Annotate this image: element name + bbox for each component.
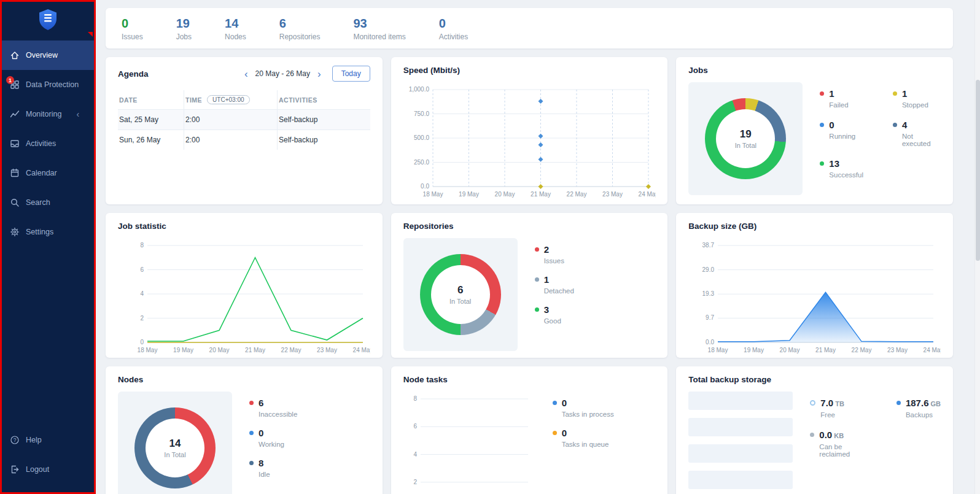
legend-dot-hollow — [810, 400, 815, 406]
line-chart-icon — [10, 109, 20, 119]
jobs-donut-chart: 19 In Total — [705, 98, 786, 179]
svg-text:19 May: 19 May — [173, 347, 193, 353]
legend-item-can-be-reclaimed: 0.0KB Can be reclaimed — [810, 430, 862, 458]
card-title: Total backup storage — [688, 375, 941, 384]
sidebar-item-activities[interactable]: Activities — [0, 129, 96, 158]
jobs-donut-panel: 19 In Total — [688, 82, 803, 195]
sidebar-item-logout[interactable]: Logout — [0, 455, 96, 484]
legend-unit: TB — [835, 400, 844, 407]
sidebar-item-settings[interactable]: Settings — [0, 217, 96, 247]
agenda-row-activity[interactable]: Self-backup — [278, 129, 370, 150]
legend-item-successful: 13 Successful — [820, 158, 863, 179]
job-statistic-card: Job statistic 0246818 May19 May20 May21 … — [106, 213, 383, 358]
legend-value: 0 — [562, 398, 614, 408]
legend-label: Failed — [829, 101, 848, 109]
repositories-donut-center: 6 In Total — [431, 265, 490, 324]
svg-text:19 May: 19 May — [744, 347, 764, 353]
legend-dot — [249, 401, 254, 405]
agenda-row-time[interactable]: 2:00 — [184, 129, 278, 150]
inbox-icon — [10, 139, 20, 149]
app-logo[interactable] — [0, 0, 96, 41]
app-window: Overview 1 Data Protection — [0, 0, 980, 494]
svg-text:22 May: 22 May — [566, 191, 586, 198]
legend-value: 0 — [562, 428, 609, 438]
legend-label: Working — [259, 441, 284, 448]
svg-text:0.0: 0.0 — [421, 183, 429, 190]
legend-label: Stopped — [902, 101, 928, 109]
sidebar-item-search[interactable]: Search — [0, 188, 96, 217]
legend-item-failed: 1 Failed — [820, 88, 863, 109]
svg-text:6: 6 — [140, 266, 144, 273]
sidebar-collapse-handle[interactable] — [88, 32, 93, 37]
stat-issues[interactable]: 0 Issues — [122, 17, 143, 41]
speed-card: Speed (Mbit/s) 0.0250.0500.0750.01,000.0… — [391, 57, 668, 204]
legend-item-idle: 8 Idle — [249, 458, 297, 478]
sidebar-item-data-protection[interactable]: 1 Data Protection — [0, 70, 96, 99]
legend-label: Detached — [544, 287, 574, 295]
legend-label: Not executed — [902, 133, 941, 147]
legend-dot — [820, 91, 824, 96]
nodes-legend: 6 Inaccessible 0 Working 8 Idle — [249, 398, 297, 478]
agenda-row-date[interactable]: Sun, 26 May — [118, 129, 184, 150]
stat-monitored-items[interactable]: 93 Monitored items — [353, 17, 405, 41]
card-title: Jobs — [688, 66, 941, 75]
legend-label: Running — [829, 133, 855, 140]
legend-dot — [249, 431, 254, 435]
scrollbar-thumb[interactable] — [976, 80, 980, 261]
prev-week-button[interactable]: ‹ — [243, 69, 249, 79]
svg-text:18 May: 18 May — [422, 191, 443, 198]
column-header-time: TIME UTC+03:00 — [184, 90, 278, 109]
stat-repositories[interactable]: 6 Repositories — [279, 17, 321, 41]
speed-chart: 0.0250.0500.0750.01,000.018 May19 May20 … — [403, 82, 656, 200]
svg-text:21 May: 21 May — [531, 191, 551, 198]
sidebar-item-help[interactable]: ? Help — [0, 425, 96, 455]
stat-value[interactable]: 14 — [225, 17, 246, 31]
svg-text:23 May: 23 May — [317, 347, 337, 353]
sidebar-item-overview[interactable]: Overview — [0, 41, 96, 70]
timezone-pill[interactable]: UTC+03:00 — [207, 95, 249, 104]
scrollbar — [974, 0, 980, 494]
legend-label: Inaccessible — [259, 411, 297, 418]
svg-text:6: 6 — [413, 423, 417, 430]
svg-text:0.0: 0.0 — [706, 339, 714, 345]
next-week-button[interactable]: › — [316, 69, 322, 79]
legend-item-not-executed: 4 Not executed — [893, 120, 941, 147]
jobs-card: Jobs 19 In Total — [676, 57, 953, 204]
legend-item-free: 7.0TB Free — [810, 398, 862, 419]
card-title: Nodes — [118, 375, 370, 384]
svg-text:4: 4 — [413, 451, 417, 458]
agenda-row-date[interactable]: Sat, 25 May — [118, 109, 184, 129]
agenda-row-time[interactable]: 2:00 — [184, 109, 278, 129]
legend-item-backups: 187.6GB Backups — [896, 398, 941, 419]
notification-badge: 1 — [6, 76, 14, 84]
stat-nodes[interactable]: 14 Nodes — [225, 17, 246, 41]
backup-size-chart: 0.09.719.329.038.718 May19 May20 May21 M… — [688, 238, 941, 356]
legend-dot — [535, 277, 539, 282]
legend-unit: KB — [834, 432, 844, 439]
svg-text:20 May: 20 May — [780, 347, 800, 353]
svg-text:19.3: 19.3 — [702, 290, 715, 297]
stat-value[interactable]: 0 — [122, 17, 143, 31]
svg-text:8: 8 — [140, 242, 144, 249]
legend-dot — [820, 161, 824, 166]
stat-value[interactable]: 93 — [353, 17, 405, 31]
stat-activities[interactable]: 0 Activities — [439, 17, 468, 41]
agenda-table: DATE TIME UTC+03:00 ACTIVITIES Sat, 25 M… — [118, 90, 370, 150]
sidebar-item-monitoring[interactable]: Monitoring ‹ — [0, 99, 96, 129]
nodes-card: Nodes 14 In Total — [106, 366, 383, 494]
agenda-row-activity[interactable]: Self-backup — [278, 109, 370, 129]
chevron-collapse-icon[interactable]: ‹ — [76, 110, 79, 118]
svg-text:?: ? — [14, 437, 17, 443]
stat-value[interactable]: 6 — [279, 17, 321, 31]
stat-jobs[interactable]: 19 Jobs — [176, 17, 192, 41]
legend-value: 1 — [829, 88, 848, 99]
today-button[interactable]: Today — [332, 66, 370, 82]
legend-value: 1 — [902, 88, 928, 99]
sidebar-item-calendar[interactable]: Calendar — [0, 158, 96, 188]
stat-value[interactable]: 0 — [439, 17, 468, 31]
summary-stats-bar: 0 Issues 19 Jobs 14 Nodes 6 Repositories… — [106, 8, 953, 48]
stat-label: Issues — [122, 33, 143, 41]
stat-value[interactable]: 19 — [176, 17, 192, 31]
svg-text:250.0: 250.0 — [414, 159, 429, 166]
svg-text:23 May: 23 May — [887, 347, 908, 353]
